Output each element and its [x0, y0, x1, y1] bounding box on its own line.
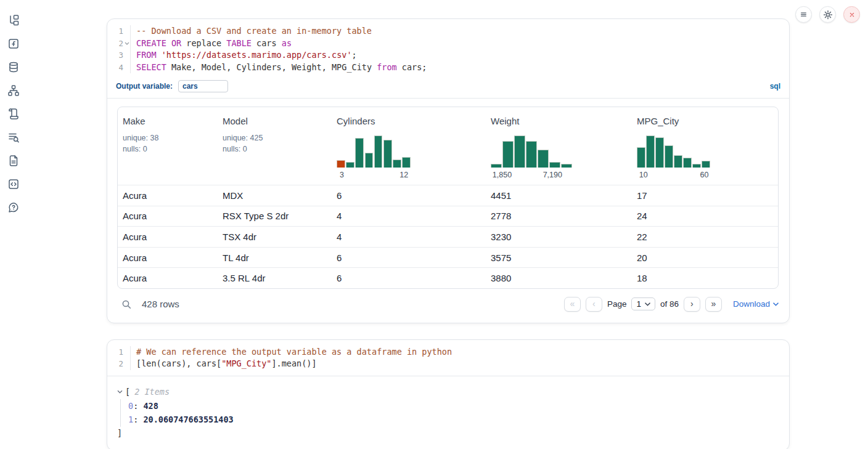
sidebar-item-dependency-graph[interactable] [7, 84, 20, 97]
histogram-bar [683, 158, 692, 168]
table-cell: 4 [332, 206, 486, 227]
search-icon[interactable] [121, 299, 132, 310]
tree-close-bracket: ] [117, 428, 779, 438]
column-histogram: 312 [337, 134, 482, 180]
tree-items-count: 2 Items [134, 386, 170, 398]
tree-children: 0: 4281: 20.060747663551403 [120, 399, 779, 427]
line-number: 2 [107, 38, 123, 50]
tree-collapse-chevron-icon[interactable] [117, 390, 125, 394]
code-text: FROM 'https://datasets.marimo.app/cars.c… [131, 49, 789, 62]
sidebar-item-data-sources[interactable] [7, 60, 20, 74]
fold-chevron-icon[interactable] [125, 42, 129, 45]
table-cell: TL 4dr [218, 248, 332, 268]
pagination: « ‹ Page 1 of 86 › » Download [564, 297, 779, 312]
column-header-weight[interactable]: Weight1,8507,190 [486, 107, 632, 185]
prev-page-button: ‹ [586, 297, 602, 312]
page-select-value: 1 [636, 299, 641, 309]
column-header-cylinders[interactable]: Cylinders312 [332, 107, 486, 185]
python-code-editor[interactable]: 1# We can reference the output variable … [107, 340, 789, 376]
gutter-spacer [123, 358, 131, 370]
text-search-icon [7, 131, 20, 144]
table-cell: 17 [632, 185, 778, 206]
histogram-bar [346, 162, 354, 168]
histogram-bar [491, 164, 502, 168]
code-line: 1-- Download a CSV and create an in-memo… [107, 25, 789, 38]
histogram-bar [383, 140, 392, 168]
line-number: 3 [107, 49, 123, 62]
sidebar-item-scratchpad[interactable] [7, 107, 20, 121]
code-line: 2CREATE OR replace TABLE cars as [107, 38, 789, 50]
next-page-button[interactable]: › [684, 297, 700, 312]
download-button[interactable]: Download [733, 299, 779, 309]
output-variable-label: Output variable: [116, 82, 173, 91]
table-cell: 4451 [486, 185, 632, 206]
file-text-icon [7, 155, 20, 167]
sidebar-item-logs[interactable] [7, 131, 20, 144]
table-cell: Acura [118, 185, 218, 206]
output-variable-input[interactable] [178, 80, 228, 92]
sidebar-item-snippets[interactable] [7, 177, 20, 191]
tree-entry: 1: 20.060747663551403 [128, 413, 779, 427]
column-header-mpg_city[interactable]: MPG_City1060 [632, 107, 778, 185]
histogram-bar [665, 145, 673, 168]
histogram-bar [538, 150, 549, 168]
code-text: -- Download a CSV and create an in-memor… [131, 25, 789, 38]
code-line: 3FROM 'https://datasets.marimo.app/cars.… [107, 49, 789, 62]
column-header-make[interactable]: Makeunique: 38nulls: 0 [118, 107, 218, 185]
table-cell: 2778 [486, 206, 632, 227]
histogram-axis: 312 [337, 169, 411, 180]
table-row: Acura3.5 RL 4dr6388018 [118, 267, 778, 288]
last-page-button[interactable]: » [705, 297, 722, 312]
code-text: [len(cars), cars["MPG_City"].mean()] [131, 358, 789, 370]
database-icon [7, 61, 20, 73]
sidebar-item-variables[interactable] [7, 37, 20, 51]
python-cell: 1# We can reference the output variable … [107, 339, 790, 449]
table-cell: 22 [632, 227, 778, 247]
column-histogram: 1060 [637, 134, 774, 180]
sidebar-item-documentation[interactable] [7, 154, 20, 168]
table-cell: 3880 [486, 268, 632, 288]
code-text: CREATE OR replace TABLE cars as [131, 38, 789, 50]
table-cell: 20 [632, 248, 778, 268]
table-cell: MDX [218, 185, 332, 206]
column-title: MPG_City [637, 116, 774, 126]
histogram-bar [646, 136, 655, 168]
line-number: 1 [107, 346, 123, 358]
histogram-bar [655, 137, 664, 168]
settings-button[interactable] [819, 6, 836, 23]
histogram-axis: 1,8507,190 [491, 169, 572, 180]
table-row: AcuraMDX6445117 [118, 185, 778, 206]
histogram-bar [355, 138, 364, 168]
sidebar-item-file-explorer[interactable] [7, 14, 20, 27]
fold-gutter[interactable] [123, 38, 131, 50]
histogram-bar [365, 153, 374, 168]
histogram-bar [702, 161, 710, 168]
page-total: of 86 [660, 299, 679, 309]
histogram-bar [526, 141, 537, 168]
page-select[interactable]: 1 [631, 297, 655, 310]
line-number: 1 [107, 25, 123, 38]
table-cell: TSX 4dr [218, 227, 332, 247]
helper-sidebar [0, 0, 27, 449]
table-row: AcuraRSX Type S 2dr4277824 [118, 206, 778, 227]
line-number: 4 [107, 62, 123, 74]
code-line: 4SELECT Make, Model, Cylinders, Weight, … [107, 62, 789, 74]
table-cell: Acura [118, 206, 218, 227]
sql-code-editor[interactable]: 1-- Download a CSV and create an in-memo… [107, 19, 789, 79]
table-cell: 18 [632, 268, 778, 288]
column-header-model[interactable]: Modelunique: 425nulls: 0 [218, 107, 332, 185]
histogram-bar [674, 155, 682, 168]
download-label: Download [733, 299, 770, 309]
histogram-bar [561, 164, 572, 168]
shutdown-button[interactable] [843, 6, 860, 23]
table-cell: 6 [332, 248, 486, 268]
gutter-spacer [123, 49, 131, 62]
histogram-bar [692, 164, 701, 168]
code-line: 2[len(cars), cars["MPG_City"].mean()] [107, 358, 789, 370]
table-cell: Acura [118, 268, 218, 288]
menu-button[interactable] [795, 6, 812, 23]
file-tree-icon [7, 14, 20, 26]
sidebar-item-help[interactable] [7, 201, 20, 214]
histogram-bar [402, 157, 411, 168]
table-footer: 428 rows « ‹ Page 1 of 86 › » Download [117, 289, 779, 319]
